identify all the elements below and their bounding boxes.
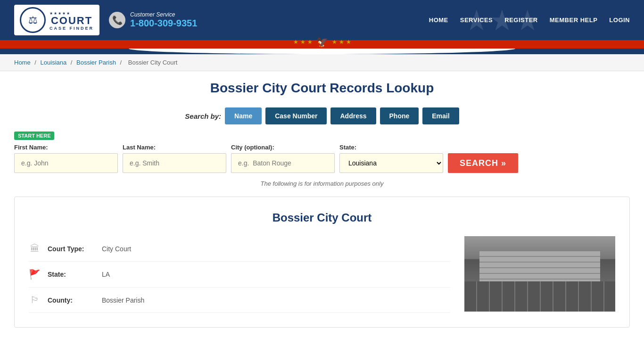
phone-text: Customer Service 1-800-309-9351: [130, 11, 197, 29]
left-stars: ★ ★ ★: [293, 39, 313, 45]
breadcrumb-sep-1: /: [34, 59, 38, 66]
nav-register[interactable]: REGISTER: [504, 16, 537, 24]
breadcrumb-current: Bossier City Court: [128, 59, 178, 66]
tab-name[interactable]: Name: [225, 107, 262, 124]
site-header: ★ ★ ★ ⚖ ★★★★★ COURT CASE FINDER 📞: [0, 0, 644, 40]
court-image: [464, 236, 615, 312]
main-content: Bossier City Court Records Lookup Search…: [0, 71, 644, 337]
tab-address[interactable]: Address: [330, 107, 376, 124]
court-card-title: Bossier City Court: [29, 211, 615, 224]
first-name-label: First Name:: [14, 144, 118, 151]
last-name-group: Last Name:: [123, 144, 226, 173]
red-stripe: ★ ★ ★ 🦅 ★ ★ ★: [0, 40, 644, 49]
white-curve: [129, 49, 515, 54]
breadcrumb-bossier-parish[interactable]: Bossier Parish: [76, 59, 116, 66]
search-form-container: START HERE First Name: Last Name: City (…: [14, 132, 630, 173]
state-row: 🚩 State: LA: [29, 262, 450, 288]
logo-court-text: COURT: [50, 16, 94, 26]
first-name-group: First Name:: [14, 144, 118, 173]
tab-email[interactable]: Email: [422, 107, 459, 124]
last-name-label: Last Name:: [123, 144, 226, 151]
nav-home[interactable]: HOME: [429, 16, 448, 24]
court-type-icon: 🏛: [29, 243, 41, 254]
eagle-icon: 🦅: [316, 36, 328, 48]
nav-services[interactable]: SERVICES: [460, 16, 493, 24]
court-card-content: 🏛 Court Type: City Court 🚩 State: LA 🏳 C…: [29, 236, 615, 313]
tab-phone[interactable]: Phone: [380, 107, 419, 124]
last-name-input[interactable]: [123, 153, 226, 173]
phone-section: 📞 Customer Service 1-800-309-9351: [109, 11, 197, 29]
tab-case-number[interactable]: Case Number: [265, 107, 327, 124]
search-by-label: Search by:: [185, 112, 221, 120]
breadcrumb-sep-3: /: [120, 59, 124, 66]
logo-circle: ⚖: [20, 7, 46, 33]
phone-icon: 📞: [109, 12, 125, 28]
search-tabs-row: Search by: Name Case Number Address Phon…: [14, 107, 630, 124]
court-info-card: Bossier City Court 🏛 Court Type: City Co…: [14, 197, 630, 328]
court-building-photo: [464, 236, 615, 312]
breadcrumb-home[interactable]: Home: [14, 59, 31, 66]
state-icon: 🚩: [29, 269, 41, 280]
state-label-row: State:: [48, 271, 95, 278]
state-value: LA: [102, 271, 110, 278]
state-select[interactable]: Louisiana Alabama Alaska Arizona Arkansa…: [339, 153, 443, 173]
header-left: ⚖ ★★★★★ COURT CASE FINDER 📞 Customer Ser…: [14, 5, 197, 35]
logo-text-block: ★★★★★ COURT CASE FINDER: [50, 11, 94, 31]
logo-icon: ⚖: [28, 14, 38, 26]
state-group: State: Louisiana Alabama Alaska Arizona …: [339, 144, 443, 173]
breadcrumb: Home / Louisiana / Bossier Parish / Boss…: [0, 54, 644, 71]
court-type-row: 🏛 Court Type: City Court: [29, 236, 450, 262]
start-here-badge: START HERE: [14, 132, 54, 140]
court-type-value: City Court: [102, 245, 131, 253]
city-input[interactable]: [231, 153, 335, 173]
search-button[interactable]: SEARCH »: [448, 153, 518, 173]
phone-label: Customer Service: [130, 11, 197, 18]
logo[interactable]: ⚖ ★★★★★ COURT CASE FINDER: [14, 5, 99, 35]
county-label: County:: [48, 296, 95, 304]
county-value: Bossier Parish: [102, 296, 144, 304]
banner-area: ★ ★ ★ 🦅 ★ ★ ★: [0, 40, 644, 54]
logo-casefinder-text: CASE FINDER: [50, 26, 94, 31]
page-title: Bossier City Court Records Lookup: [14, 81, 630, 96]
phone-number: 1-800-309-9351: [130, 18, 197, 29]
state-label: State:: [339, 144, 443, 151]
search-form: First Name: Last Name: City (optional): …: [14, 144, 630, 173]
county-row: 🏳 County: Bossier Parish: [29, 288, 450, 313]
eagle-decoration: ★ ★ ★ 🦅 ★ ★ ★: [293, 36, 351, 48]
city-label: City (optional):: [231, 144, 335, 151]
nav-login[interactable]: LOGIN: [609, 16, 630, 24]
county-icon: 🏳: [29, 295, 41, 305]
breadcrumb-sep-2: /: [71, 59, 74, 66]
info-text: The following is for information purpose…: [14, 180, 630, 187]
nav-member-help[interactable]: MEMBER HELP: [550, 16, 598, 24]
first-name-input[interactable]: [14, 153, 118, 173]
breadcrumb-louisiana[interactable]: Louisiana: [41, 59, 67, 66]
court-type-label: Court Type:: [48, 245, 95, 253]
right-stars: ★ ★ ★: [332, 39, 351, 45]
court-info-list: 🏛 Court Type: City Court 🚩 State: LA 🏳 C…: [29, 236, 450, 313]
city-group: City (optional):: [231, 144, 335, 173]
main-nav: HOME SERVICES REGISTER MEMBER HELP LOGIN: [429, 16, 630, 24]
